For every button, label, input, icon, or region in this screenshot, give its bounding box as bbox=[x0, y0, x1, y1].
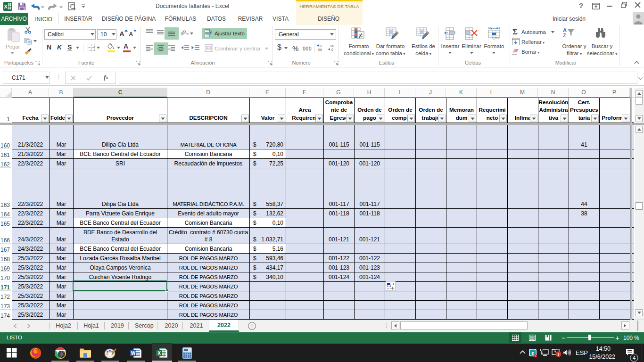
svg-text:00: 00 bbox=[330, 44, 334, 48]
svg-text:0: 0 bbox=[331, 48, 333, 51]
svg-text:4: 4 bbox=[633, 355, 636, 361]
svg-text:00: 00 bbox=[318, 48, 322, 51]
svg-text:X: X bbox=[157, 351, 161, 356]
svg-text:!: ! bbox=[535, 355, 536, 358]
svg-text:ab: ab bbox=[180, 29, 187, 36]
svg-text:!: ! bbox=[558, 352, 559, 357]
svg-text:Z: Z bbox=[563, 33, 566, 38]
svg-text:X: X bbox=[4, 4, 8, 9]
svg-text:0: 0 bbox=[320, 44, 322, 48]
svg-text:W: W bbox=[131, 351, 136, 356]
svg-text:e: e bbox=[531, 350, 534, 356]
